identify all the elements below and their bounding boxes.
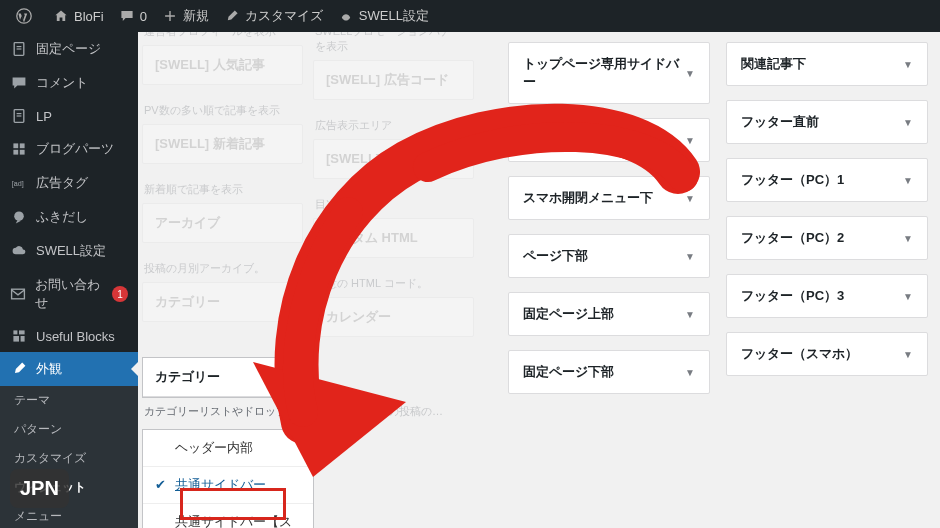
menu-label: LP xyxy=(36,109,52,124)
widget-area[interactable]: 関連記事下▼ xyxy=(726,42,928,86)
svg-rect-16 xyxy=(13,336,19,342)
widget-area[interactable]: スマホ開閉メニュー下▼ xyxy=(508,176,710,220)
widget-area[interactable]: 固定ページ下部▼ xyxy=(508,350,710,394)
chevron-down-icon: ▼ xyxy=(685,193,695,204)
widget-area-title: スマホ開閉メニュー下 xyxy=(523,189,653,207)
widget-desc: SWELLプロモーションバナーを表示 xyxy=(313,32,474,60)
menu-item-固定ページ[interactable]: 固定ページ xyxy=(0,32,138,66)
widget-area[interactable]: 追尾サイドバー▼ xyxy=(508,118,710,162)
available-widget[interactable]: カレンダー xyxy=(313,297,474,337)
widget-areas-col-2: 関連記事下▼フッター直前▼フッター（PC）1▼フッター（PC）2▼フッター（PC… xyxy=(726,42,928,394)
menu-item-お問い合わせ[interactable]: お問い合わせ1 xyxy=(0,268,138,320)
widget-area-head[interactable]: 関連記事下▼ xyxy=(727,43,927,85)
customize-link[interactable]: カスタマイズ xyxy=(217,0,331,32)
menu-item-LP[interactable]: LP xyxy=(0,100,138,132)
widget-title[interactable]: カテゴリー xyxy=(143,283,302,321)
wp-logo[interactable] xyxy=(8,0,46,32)
widget-area[interactable]: トップページ専用サイドバー▼ xyxy=(508,42,710,104)
comment-icon xyxy=(10,75,28,91)
widget-area-head[interactable]: ページ下部▼ xyxy=(509,235,709,277)
mail-icon xyxy=(10,286,27,302)
widget-area[interactable]: フッター（スマホ）▼ xyxy=(726,332,928,376)
available-widget[interactable]: カスタム HTML xyxy=(313,218,474,258)
widget-area-head[interactable]: フッター（スマホ）▼ xyxy=(727,333,927,375)
menu-item-SWELL設定[interactable]: SWELL設定 xyxy=(0,234,138,268)
widget-area[interactable]: フッター直前▼ xyxy=(726,100,928,144)
swell-label: SWELL設定 xyxy=(359,7,429,25)
widget-title[interactable]: カレンダー xyxy=(314,298,473,336)
swell-icon xyxy=(339,9,353,23)
widget-area-head[interactable]: 追尾サイドバー▼ xyxy=(509,119,709,161)
widget-area[interactable]: フッター（PC）3▼ xyxy=(726,274,928,318)
widget-title[interactable]: [SWELL] 広告コード xyxy=(314,61,473,99)
annotation-highlight xyxy=(180,488,286,520)
widget-category-open[interactable]: カテゴリー xyxy=(142,357,314,398)
bubble-icon xyxy=(10,209,28,225)
widget-area-head[interactable]: トップページ専用サイドバー▼ xyxy=(509,43,709,103)
submenu-テーマ[interactable]: テーマ xyxy=(0,386,138,415)
widget-area-title: フッター（スマホ） xyxy=(741,345,858,363)
widget-area[interactable]: フッター（PC）1▼ xyxy=(726,158,928,202)
chevron-down-icon: ▼ xyxy=(903,233,913,244)
admin-bar: BloFi 0 新規 カスタマイズ SWELL設定 xyxy=(0,0,940,32)
comments-number: 0 xyxy=(140,9,147,24)
widget-area-head[interactable]: 固定ページ下部▼ xyxy=(509,351,709,393)
available-widget[interactable]: [SWELL] 新着記事 xyxy=(142,124,303,164)
menu-label: コメント xyxy=(36,74,88,92)
menu-item-広告タグ[interactable]: [ad]広告タグ xyxy=(0,166,138,200)
home-icon xyxy=(54,9,68,23)
available-widget[interactable]: [SWELL] 目次 xyxy=(313,139,474,179)
new-content[interactable]: 新規 xyxy=(155,0,217,32)
widget-areas-col-1: トップページ専用サイドバー▼追尾サイドバー▼スマホ開閉メニュー下▼ページ下部▼固… xyxy=(508,42,710,394)
available-widget[interactable]: [SWELL] 人気記事 xyxy=(142,45,303,85)
svg-rect-8 xyxy=(20,143,25,148)
menu-item-コメント[interactable]: コメント xyxy=(0,66,138,100)
widget-desc: 広告表示エリア xyxy=(313,116,474,139)
widget-desc: PV数の多い順で記事を表示 xyxy=(142,101,303,124)
widget-area-head[interactable]: フッター（PC）3▼ xyxy=(727,275,927,317)
chooser-item[interactable]: ✔ヘッダー内部 xyxy=(143,430,313,466)
widget-area-head[interactable]: フッター（PC）2▼ xyxy=(727,217,927,259)
menu-item-Useful Blocks[interactable]: Useful Blocks xyxy=(0,320,138,352)
widget-area-head[interactable]: フッター（PC）1▼ xyxy=(727,159,927,201)
widget-area-title: 追尾サイドバー xyxy=(523,131,614,149)
widget-area[interactable]: ページ下部▼ xyxy=(508,234,710,278)
widget-title[interactable]: アーカイブ xyxy=(143,204,302,242)
swell-settings-link[interactable]: SWELL設定 xyxy=(331,0,437,32)
site-name[interactable]: BloFi xyxy=(46,0,112,32)
brush-icon xyxy=(225,9,239,23)
available-widget[interactable]: [SWELL] 広告コード xyxy=(313,60,474,100)
svg-rect-15 xyxy=(19,330,25,334)
svg-rect-7 xyxy=(13,143,18,148)
widget-area-head[interactable]: 固定ページ上部▼ xyxy=(509,293,709,335)
widget-area-head[interactable]: スマホ開閉メニュー下▼ xyxy=(509,177,709,219)
chevron-down-icon: ▼ xyxy=(903,175,913,186)
brush-icon xyxy=(10,361,28,377)
menu-item-ブログパーツ[interactable]: ブログパーツ xyxy=(0,132,138,166)
chevron-down-icon: ▼ xyxy=(903,291,913,302)
widget-area-head[interactable]: フッター直前▼ xyxy=(727,101,927,143)
widget-area-title: フッター（PC）2 xyxy=(741,229,844,247)
svg-point-12 xyxy=(14,211,24,221)
widget-title[interactable]: カスタム HTML xyxy=(314,219,473,257)
widget-desc: 任意の HTML コード。 xyxy=(313,274,474,297)
submenu-パターン[interactable]: パターン xyxy=(0,415,138,444)
widget-title[interactable]: [SWELL] 人気記事 xyxy=(143,46,302,84)
widget-title[interactable]: [SWELL] 目次 xyxy=(314,140,473,178)
available-widget[interactable]: アーカイブ xyxy=(142,203,303,243)
language-badge: JPN xyxy=(10,469,69,508)
site-name-label: BloFi xyxy=(74,9,104,24)
menu-item-外観[interactable]: 外観 xyxy=(0,352,138,386)
menu-label: SWELL設定 xyxy=(36,242,106,260)
widget-title[interactable]: [SWELL] 新着記事 xyxy=(143,125,302,163)
menu-label: 外観 xyxy=(36,360,62,378)
svg-rect-10 xyxy=(20,150,25,155)
widget-area[interactable]: 固定ページ上部▼ xyxy=(508,292,710,336)
widget-areas: トップページ専用サイドバー▼追尾サイドバー▼スマホ開閉メニュー下▼ページ下部▼固… xyxy=(508,42,928,394)
widget-open-title[interactable]: カテゴリー xyxy=(143,358,313,397)
widget-area[interactable]: フッター（PC）2▼ xyxy=(726,216,928,260)
available-widget[interactable]: カテゴリー xyxy=(142,282,303,322)
widget-desc: 新着順で記事を表示 xyxy=(142,180,303,203)
menu-item-ふきだし[interactable]: ふきだし xyxy=(0,200,138,234)
comments-count[interactable]: 0 xyxy=(112,0,155,32)
